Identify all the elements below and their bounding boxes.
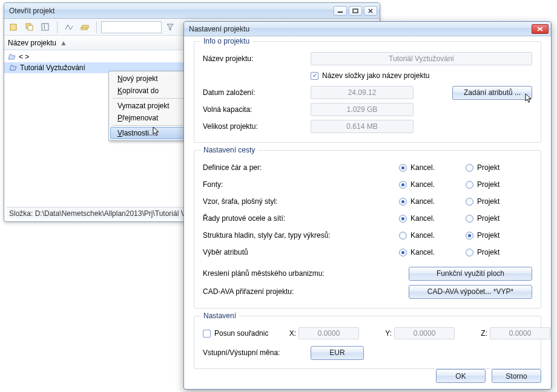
toolbar-search-field[interactable]: [101, 21, 162, 33]
radio-icon: [399, 232, 407, 240]
radio-icon: [399, 198, 407, 206]
capacity-label: Volná kapacita:: [203, 105, 306, 114]
path-label: Fonty:: [203, 180, 399, 189]
cadava-button[interactable]: CAD-AVA výpočet... *VYP*: [409, 285, 532, 299]
group-project-info: Info o projektu Název projektu: Tutoriál…: [194, 41, 541, 143]
project-name-field: Tutoriál Vyztužování: [311, 52, 532, 65]
context-menu: Nový projekt Kopírovat do Vymazat projek…: [108, 71, 193, 141]
path-label: Struktura hladin, styly čar, typy výkres…: [203, 231, 399, 240]
radio-label: Kancel.: [410, 163, 435, 172]
menu-copy-to[interactable]: Kopírovat do: [110, 85, 191, 97]
close-button[interactable]: [532, 24, 549, 34]
z-label: Z:: [476, 329, 487, 338]
path-setting-row: Řady prutové ocele a sítí:Kancel.Projekt: [203, 210, 532, 227]
project-settings-dialog: Nastavení projektu Info o projektu Název…: [183, 21, 552, 390]
radio-icon: [466, 198, 473, 206]
size-label: Velikost projektu:: [203, 122, 306, 131]
currency-label: Vstupní/Výstupní měna:: [203, 348, 306, 357]
radio-projekt[interactable]: Projekt: [466, 248, 532, 256]
menu-rename[interactable]: Přejmenovat: [110, 112, 191, 124]
x-label: X:: [285, 329, 296, 338]
tb-layers-icon[interactable]: [77, 21, 92, 34]
currency-button[interactable]: EUR: [311, 346, 364, 360]
cadava-label: CAD-AVA přiřazení projektu:: [203, 287, 409, 296]
checkbox-box: [203, 330, 211, 338]
menu-new-project[interactable]: Nový projekt: [110, 73, 191, 85]
radio-kancel[interactable]: Kancel.: [399, 231, 466, 240]
radio-icon: [399, 249, 407, 256]
radio-label: Projekt: [477, 248, 499, 256]
path-label: Řady prutové ocele a sítí:: [203, 214, 399, 223]
coord-offset-checkbox[interactable]: Posun souřadnic: [203, 329, 283, 338]
radio-label: Projekt: [477, 197, 499, 206]
tb-new-icon[interactable]: [7, 21, 21, 34]
group-path-settings: Nastavení cesty Definice čár a per:Kance…: [194, 150, 541, 309]
tb-filter-icon[interactable]: [163, 21, 177, 34]
radio-icon: [466, 181, 473, 189]
urbanism-button[interactable]: Funkční využití ploch: [409, 267, 532, 281]
radio-projekt[interactable]: Projekt: [466, 180, 532, 189]
tree-root-label: < >: [19, 53, 29, 61]
dialog-title: Nastavení projektu: [189, 25, 532, 33]
path-setting-row: Vzor, šrafa, plošný styl:Kancel.Projekt: [203, 193, 532, 210]
toolbar-separator: [57, 21, 58, 33]
z-field: 0.0000: [490, 327, 550, 339]
radio-label: Projekt: [477, 214, 499, 223]
radio-kancel[interactable]: Kancel.: [399, 197, 466, 206]
date-field: 24.09.12: [311, 86, 414, 99]
menu-separator: [113, 125, 189, 126]
window-title: Otevřít projekt: [9, 7, 332, 15]
cancel-button[interactable]: Storno: [492, 369, 541, 383]
check-icon: ✓: [312, 73, 317, 79]
radio-label: Kancel.: [410, 214, 435, 223]
attributes-button[interactable]: Zadání atributů ...: [452, 86, 532, 100]
radio-label: Kancel.: [410, 231, 435, 240]
y-label: Y:: [381, 329, 392, 338]
project-icon: [9, 64, 18, 72]
radio-projekt[interactable]: Projekt: [466, 214, 532, 223]
menu-delete-project[interactable]: Vymazat projekt: [110, 100, 191, 112]
folder-as-name-checkbox[interactable]: ✓ Název složky jako název projektu: [311, 71, 532, 80]
radio-icon: [399, 164, 407, 172]
ok-button[interactable]: OK: [436, 369, 486, 383]
group-legend: Nastavení: [200, 312, 239, 320]
maximize-button[interactable]: [349, 6, 362, 16]
svg-rect-1: [353, 9, 358, 13]
radio-label: Kancel.: [410, 180, 435, 189]
svg-text:i: i: [44, 22, 45, 31]
tb-map-icon[interactable]: [62, 21, 76, 34]
radio-kancel[interactable]: Kancel.: [399, 163, 466, 172]
close-button[interactable]: [364, 6, 377, 16]
y-field: 0.0000: [394, 327, 455, 339]
date-label: Datum založení:: [203, 88, 306, 97]
radio-kancel[interactable]: Kancel.: [399, 180, 466, 189]
path-setting-row: Definice čár a per:Kancel.Projekt: [203, 159, 532, 176]
statusbar-text: Složka: D:\Data\Nemetschek\Allplan2013\P…: [9, 209, 199, 218]
x-field: 0.0000: [298, 327, 359, 339]
tb-copy-icon[interactable]: [22, 21, 37, 34]
radio-projekt[interactable]: Projekt: [466, 197, 532, 206]
folder-icon: [8, 53, 16, 61]
checkbox-label: Posun souřadnic: [214, 329, 268, 338]
radio-kancel[interactable]: Kancel.: [399, 248, 466, 256]
svg-rect-6: [28, 25, 33, 30]
menu-separator: [113, 98, 189, 99]
radio-projekt[interactable]: Projekt: [466, 163, 532, 172]
radio-label: Projekt: [477, 163, 499, 172]
menu-properties[interactable]: Vlastnosti...: [110, 127, 191, 139]
radio-projekt[interactable]: Projekt: [466, 231, 532, 240]
capacity-field: 1.029 GB: [311, 103, 414, 116]
dialog-buttons: OK Storno: [436, 369, 541, 383]
checkbox-box: ✓: [311, 72, 318, 80]
header-label: Název projektu: [8, 39, 56, 47]
path-label: Výběr atributů: [203, 248, 399, 256]
checkbox-label: Název složky jako název projektu: [322, 71, 429, 80]
minimize-button[interactable]: [334, 6, 347, 16]
radio-label: Kancel.: [410, 197, 435, 206]
toolbar-separator: [96, 21, 97, 33]
sort-asc-icon: ▲: [60, 39, 67, 47]
tb-info-icon[interactable]: i: [38, 21, 53, 34]
size-field: 0.614 MB: [311, 120, 414, 133]
radio-kancel[interactable]: Kancel.: [399, 214, 466, 223]
radio-label: Projekt: [477, 180, 499, 189]
